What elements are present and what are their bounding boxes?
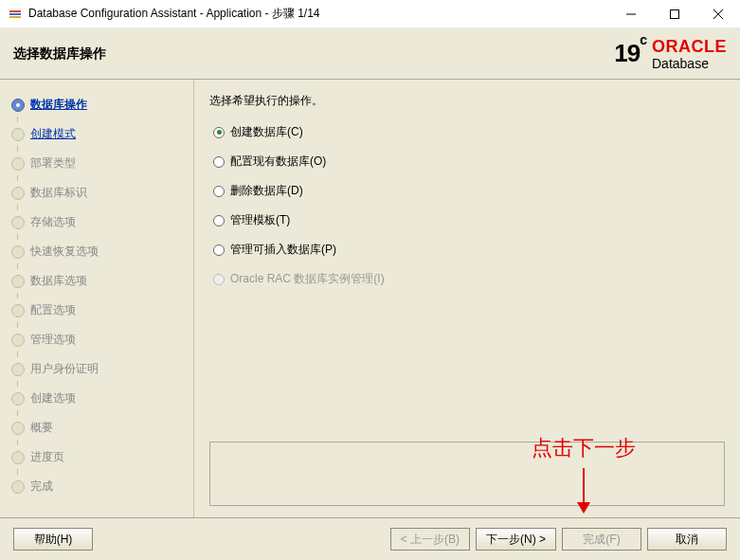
step-bullet-icon xyxy=(11,128,25,141)
radio-icon xyxy=(213,156,225,168)
radio-icon xyxy=(213,127,225,138)
radio-icon xyxy=(213,244,225,256)
radio-option-0[interactable]: 创建数据库(C) xyxy=(213,124,725,140)
radio-label: Oracle RAC 数据库实例管理(I) xyxy=(230,271,385,287)
sidebar-step-label: 概要 xyxy=(30,420,53,436)
step-bullet-icon xyxy=(11,245,25,259)
svg-rect-4 xyxy=(671,9,679,18)
app-icon xyxy=(8,7,23,22)
footer: 帮助(H) < 上一步(B) 下一步(N) > 完成(F) 取消 xyxy=(0,517,740,560)
sidebar-step-label: 数据库标识 xyxy=(30,185,87,201)
step-bullet-icon xyxy=(11,187,25,200)
sidebar-step-5[interactable]: 快速恢复选项 xyxy=(8,240,186,263)
sidebar-step-1[interactable]: 创建模式 xyxy=(8,122,186,146)
logo-product: Database xyxy=(652,57,709,70)
step-bullet-icon xyxy=(11,157,25,171)
sidebar-step-label: 快速恢复选项 xyxy=(30,244,99,260)
radio-label: 管理可插入数据库(P) xyxy=(230,242,336,258)
sidebar-step-label: 配置选项 xyxy=(30,302,76,318)
sidebar-step-0[interactable]: 数据库操作 xyxy=(8,93,186,117)
help-button[interactable]: 帮助(H) xyxy=(13,528,93,551)
step-bullet-icon xyxy=(11,422,25,435)
sidebar-step-label: 进度页 xyxy=(30,449,64,465)
next-button[interactable]: 下一步(N) > xyxy=(476,528,556,551)
logo-area: 19c ORACLE Database xyxy=(614,38,727,70)
step-bullet-icon xyxy=(11,275,25,288)
radio-icon xyxy=(213,274,225,285)
minimize-button[interactable] xyxy=(609,0,653,28)
svg-rect-0 xyxy=(9,10,21,12)
sidebar-step-4[interactable]: 存储选项 xyxy=(8,210,186,234)
sidebar-step-label: 用户身份证明 xyxy=(30,361,99,377)
sidebar-step-label: 存储选项 xyxy=(30,214,76,230)
radio-option-3[interactable]: 管理模板(T) xyxy=(213,212,725,228)
instruction-text: 选择希望执行的操作。 xyxy=(209,93,725,109)
sidebar: 数据库操作创建模式部署类型数据库标识存储选项快速恢复选项数据库选项配置选项管理选… xyxy=(0,80,194,517)
sidebar-step-8[interactable]: 管理选项 xyxy=(8,328,186,352)
logo-brand: ORACLE xyxy=(652,38,727,55)
sidebar-step-3[interactable]: 数据库标识 xyxy=(8,181,186,205)
radio-icon xyxy=(213,186,225,197)
radio-label: 管理模板(T) xyxy=(230,212,290,228)
svg-rect-2 xyxy=(9,16,21,18)
message-box xyxy=(209,442,725,506)
svg-rect-1 xyxy=(9,13,21,15)
step-bullet-icon xyxy=(11,304,25,317)
step-bullet-icon xyxy=(11,99,25,112)
titlebar: Database Configuration Assistant - Appli… xyxy=(0,0,740,28)
sidebar-step-13[interactable]: 完成 xyxy=(8,475,186,498)
sidebar-step-label: 创建模式 xyxy=(30,126,76,142)
step-bullet-icon xyxy=(11,451,25,464)
step-bullet-icon xyxy=(11,216,25,229)
step-bullet-icon xyxy=(11,363,25,376)
sidebar-step-11[interactable]: 概要 xyxy=(8,416,186,440)
step-bullet-icon xyxy=(11,480,25,494)
sidebar-step-9[interactable]: 用户身份证明 xyxy=(8,357,186,381)
header: 选择数据库操作 19c ORACLE Database xyxy=(0,28,740,80)
sidebar-step-label: 数据库选项 xyxy=(30,273,87,289)
sidebar-step-12[interactable]: 进度页 xyxy=(8,445,186,469)
sidebar-step-10[interactable]: 创建选项 xyxy=(8,387,186,410)
logo-version-sup: c xyxy=(640,32,646,47)
logo-version-number: 19 xyxy=(614,39,640,67)
cancel-button[interactable]: 取消 xyxy=(647,528,727,551)
content: 数据库操作创建模式部署类型数据库标识存储选项快速恢复选项数据库选项配置选项管理选… xyxy=(0,80,740,517)
step-bullet-icon xyxy=(11,392,25,406)
sidebar-step-label: 管理选项 xyxy=(30,332,76,348)
logo-version: 19c xyxy=(614,39,646,68)
radio-label: 创建数据库(C) xyxy=(230,124,303,140)
radio-label: 配置现有数据库(O) xyxy=(230,154,326,170)
sidebar-step-6[interactable]: 数据库选项 xyxy=(8,269,186,293)
radio-option-4[interactable]: 管理可插入数据库(P) xyxy=(213,242,725,258)
logo-oracle: ORACLE Database xyxy=(652,38,727,70)
window-controls xyxy=(609,0,740,28)
page-title: 选择数据库操作 xyxy=(13,45,614,63)
sidebar-step-label: 部署类型 xyxy=(30,155,76,172)
maximize-button[interactable] xyxy=(653,0,696,28)
sidebar-step-label: 创建选项 xyxy=(30,390,76,406)
sidebar-step-label: 完成 xyxy=(30,479,53,495)
sidebar-step-2[interactable]: 部署类型 xyxy=(8,152,186,175)
finish-button[interactable]: 完成(F) xyxy=(562,528,641,551)
operation-radio-group: 创建数据库(C)配置现有数据库(O)删除数据库(D)管理模板(T)管理可插入数据… xyxy=(213,124,725,287)
radio-option-2[interactable]: 删除数据库(D) xyxy=(213,183,725,199)
window-title: Database Configuration Assistant - Appli… xyxy=(28,6,609,22)
sidebar-step-7[interactable]: 配置选项 xyxy=(8,298,186,322)
sidebar-step-label: 数据库操作 xyxy=(30,97,87,113)
radio-option-5: Oracle RAC 数据库实例管理(I) xyxy=(213,271,725,287)
radio-label: 删除数据库(D) xyxy=(230,183,303,199)
close-button[interactable] xyxy=(696,0,740,28)
main-panel: 选择希望执行的操作。 创建数据库(C)配置现有数据库(O)删除数据库(D)管理模… xyxy=(194,80,740,517)
radio-option-1[interactable]: 配置现有数据库(O) xyxy=(213,154,725,170)
radio-icon xyxy=(213,215,225,226)
step-bullet-icon xyxy=(11,334,25,347)
back-button[interactable]: < 上一步(B) xyxy=(390,528,470,551)
